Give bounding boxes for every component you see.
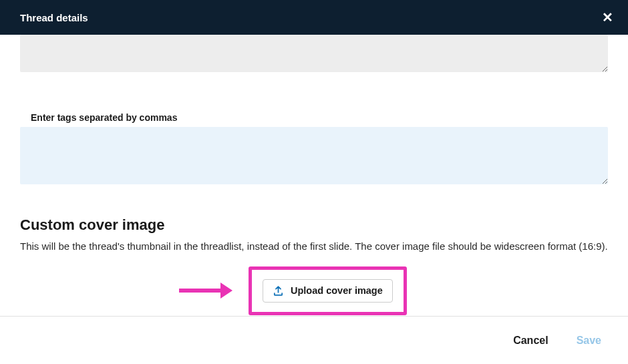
cover-image-description: This will be the thread's thumbnail in t… [20, 239, 608, 254]
tags-label: Enter tags separated by commas [31, 112, 608, 123]
modal-content: Enter tags separated by commas Custom co… [0, 35, 628, 315]
modal-header: Thread details ✕ [0, 0, 628, 35]
cover-image-heading: Custom cover image [20, 216, 608, 234]
upload-button-label: Upload cover image [291, 285, 383, 296]
close-icon[interactable]: ✕ [602, 11, 613, 24]
tags-textarea[interactable] [20, 127, 608, 184]
description-textarea[interactable] [20, 35, 608, 72]
upload-row: Upload cover image [20, 266, 608, 315]
modal-title: Thread details [20, 12, 88, 23]
upload-highlight-box: Upload cover image [249, 266, 407, 315]
arrow-line [179, 289, 220, 293]
arrow-head-icon [220, 283, 232, 299]
highlight-arrow [179, 283, 232, 299]
save-button[interactable]: Save [577, 335, 601, 347]
modal-footer: Cancel Save [0, 316, 628, 364]
upload-icon [273, 285, 284, 297]
upload-cover-image-button[interactable]: Upload cover image [263, 279, 393, 303]
cancel-button[interactable]: Cancel [513, 335, 548, 347]
